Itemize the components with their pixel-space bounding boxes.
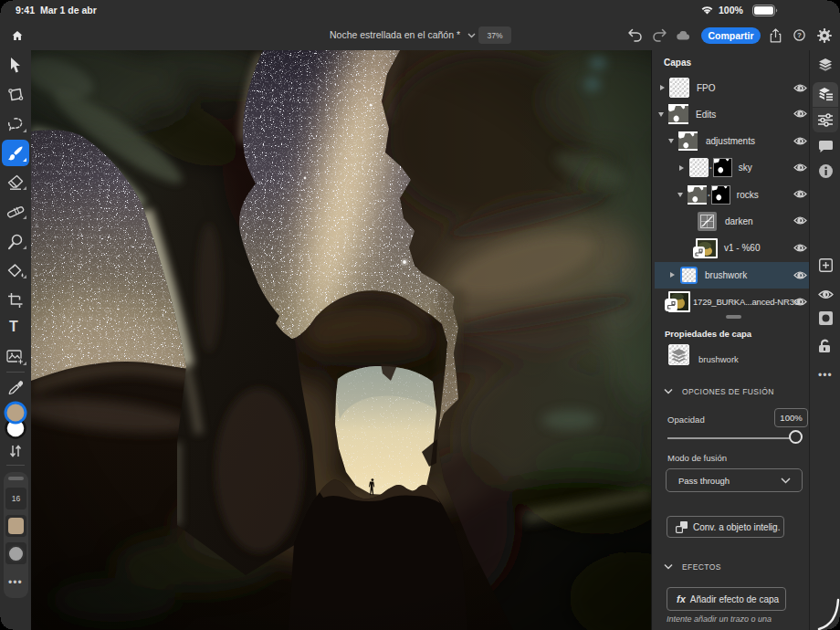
svg-text:?: ? bbox=[797, 31, 802, 39]
